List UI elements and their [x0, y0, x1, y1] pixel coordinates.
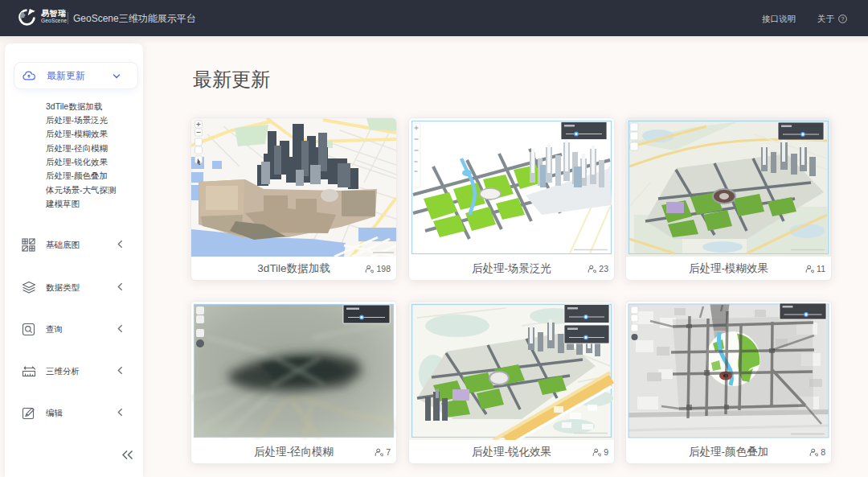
svg-text:?: ?	[841, 16, 845, 22]
